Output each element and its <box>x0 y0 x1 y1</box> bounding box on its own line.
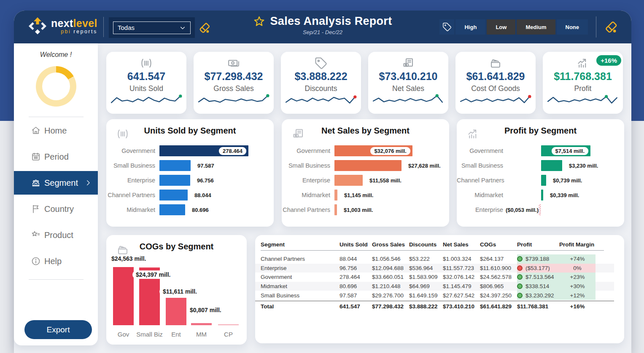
sidebar-item-country[interactable]: Country <box>14 197 98 221</box>
priority-button-high[interactable]: High <box>455 19 485 35</box>
bar-row-midmarket: Midmarket 80.696 <box>106 204 274 215</box>
table-cell: $1.003.324 <box>443 256 480 262</box>
bar[interactable] <box>159 175 190 186</box>
star-icon <box>253 16 265 27</box>
table-cell: $12.094.688 <box>372 265 409 271</box>
header: nextlevel pbi reports Todas Sales Analys… <box>14 11 631 43</box>
segment-icon <box>31 178 41 188</box>
bar-ent[interactable] <box>166 298 186 325</box>
bar[interactable] <box>159 204 185 215</box>
money-icon <box>194 57 274 70</box>
table-cell: $32.076.142 <box>443 274 480 280</box>
sidebar-item-label: Country <box>44 204 74 214</box>
table-row-midmarket[interactable]: Midmarket80.696$1.210.448$64.969$1.145.4… <box>255 282 614 291</box>
table-cell: Small Business <box>261 292 340 299</box>
bar-mm[interactable] <box>191 323 212 325</box>
welcome-text: Welcome ! <box>14 43 98 59</box>
title-block: Sales Analysis Report Sep/21 - Dec/22 <box>253 15 392 35</box>
priority-button-low[interactable]: Low <box>487 19 515 35</box>
table-cell: $24.562.578 <box>480 274 517 280</box>
margin-cell: 0% <box>559 264 595 273</box>
bar[interactable] <box>334 190 337 201</box>
margin-cell: +30% <box>559 282 595 291</box>
table-row-government[interactable]: Government278.464$33.660.051$1.583.909$3… <box>255 273 614 282</box>
margin-cell: +12% <box>559 291 595 300</box>
bar-row-channel-partners: Channel Partners 88.044 <box>106 190 274 201</box>
table-cell: 97.587 <box>340 292 372 299</box>
total-cell: $3.888.222 <box>409 303 443 310</box>
bar[interactable] <box>159 190 188 201</box>
kpi-value: $73.410.210 <box>368 70 448 83</box>
bar[interactable] <box>541 190 543 201</box>
total-cell: 641.547 <box>340 303 372 310</box>
bar-row-midmarket: Midmarket $0,339 mill. <box>457 190 624 201</box>
table-row-enterprise[interactable]: Enterprise96.756$12.094.688$536.964$11.5… <box>255 264 614 273</box>
total-cell: $61.641.829 <box>480 303 517 310</box>
table-row-small-business[interactable]: Small Business97.587$29.276.700$1.649.15… <box>255 291 614 300</box>
table-cell: $29.276.700 <box>372 292 409 299</box>
priority-button-none[interactable]: None <box>557 19 588 35</box>
table-cell: $11.610.900 <box>480 265 517 271</box>
sidebar-item-segment[interactable]: Segment <box>14 171 98 195</box>
bar-row-midmarket: Midmarket $1,145 mill. <box>282 190 449 201</box>
bar-value-label: $11,611 mill. <box>159 287 200 296</box>
sidebar-item-product[interactable]: Product <box>14 223 98 247</box>
table-header: Segment <box>261 241 340 248</box>
segment-table-card: SegmentUnits SoldGross SalesDiscountsNet… <box>255 235 624 343</box>
calendar-icon <box>31 152 41 162</box>
home-icon <box>31 126 41 136</box>
sidebar-item-label: Home <box>44 126 67 136</box>
chart-title: Profit by Segment <box>457 126 624 136</box>
bar[interactable] <box>334 204 337 215</box>
filter-dropdown-value: Todas <box>118 24 135 31</box>
sidebar-item-period[interactable]: Period <box>14 145 98 168</box>
kpi-card-units-sold: 641.547 Units Sold <box>106 52 186 114</box>
sidebar-divider-top <box>29 117 84 117</box>
export-button[interactable]: Export <box>24 320 92 339</box>
sidebar-item-home[interactable]: Home <box>14 119 98 142</box>
priority-tag-icon[interactable] <box>439 19 454 35</box>
bar[interactable] <box>159 160 191 171</box>
bar-row-small-business: Small Business $27,628 mill. <box>282 160 449 171</box>
profit-cell: ($53.177) <box>517 264 559 273</box>
table-header: Profit <box>517 241 559 248</box>
clear-filter-icon[interactable] <box>198 21 211 35</box>
bar-row-enterprise: Enterprise($0,053 mill.) <box>457 204 624 215</box>
chevron-down-icon <box>179 24 186 31</box>
bar-cp[interactable] <box>218 324 239 325</box>
logo: nextlevel pbi reports <box>27 16 97 36</box>
page-subtitle: Sep/21 - Dec/22 <box>253 29 392 35</box>
kpi-card-profit: $11.768.381 Profit +16% <box>543 52 623 114</box>
kpi-trend-badge: +16% <box>596 55 621 66</box>
kpi-label: Profit <box>543 84 623 93</box>
clear-all-filters-icon[interactable] <box>604 19 619 35</box>
table-cell: $1.145.479 <box>443 283 480 289</box>
logo-text: nextlevel pbi reports <box>51 18 97 35</box>
sidebar-item-help[interactable]: Help <box>14 249 98 273</box>
bar[interactable] <box>541 160 562 171</box>
table-cell: $64.969 <box>409 283 443 289</box>
sidebar-item-label: Period <box>44 152 69 162</box>
sidebar-item-label: Product <box>44 230 73 240</box>
priority-button-medium[interactable]: Medium <box>517 19 555 35</box>
profit-by-segment-chart: Profit by Segment Government $7,514 mill… <box>457 119 624 227</box>
bar[interactable] <box>541 175 546 186</box>
filter-dropdown[interactable]: Todas <box>113 21 191 34</box>
table-cell: Channel Partners <box>261 256 340 262</box>
cogs-by-segment-chart: COGs by Segment Gov$24,563 mill.Small Bi… <box>106 235 247 345</box>
bar-gov[interactable] <box>113 267 134 325</box>
chart-title: Units Sold by Segment <box>106 126 274 136</box>
segment-table: SegmentUnits SoldGross SalesDiscountsNet… <box>255 238 614 312</box>
bar-negative[interactable] <box>539 204 541 215</box>
bar-row-channel-partners: Channel Partners $1,003 mill. <box>282 204 449 215</box>
bar[interactable] <box>334 160 401 171</box>
sidebar-item-label: Help <box>44 257 62 266</box>
table-cell: 278.464 <box>340 274 372 280</box>
table-row-channel-partners[interactable]: Channel Partners88.044$1.056.546$53.222$… <box>255 254 614 264</box>
filter-panel: Todas <box>109 17 195 38</box>
bar-value-label: $0,807 mill. <box>186 306 225 314</box>
kpi-card-net-sales: $73.410.210 Net Sales <box>368 52 448 114</box>
kpi-label: Discounts <box>281 84 361 93</box>
bar[interactable] <box>334 175 363 186</box>
chevron-right-icon <box>84 179 92 187</box>
